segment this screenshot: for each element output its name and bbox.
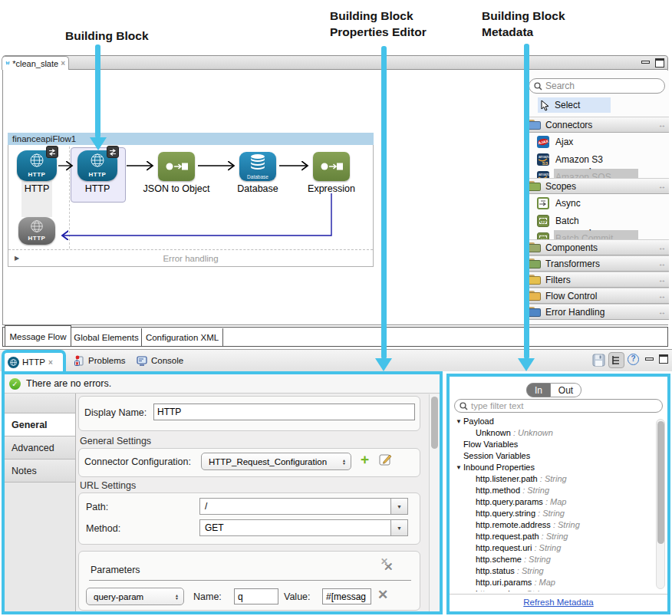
metadata-tree-item[interactable]: http.query.params : Map <box>454 496 663 508</box>
close-icon[interactable]: × <box>48 358 53 367</box>
expression-block[interactable] <box>313 152 350 181</box>
remove-param-row-button[interactable]: ✕ <box>377 587 388 603</box>
param-value-input[interactable]: #[messag <box>322 588 371 604</box>
save-button[interactable] <box>592 354 605 370</box>
in-tab[interactable]: In <box>526 383 551 397</box>
expand-icon[interactable]: ↔ <box>658 182 666 190</box>
connector-config-dropdown[interactable]: HTTP_Request_Configuration ▲▼ <box>201 453 351 470</box>
palette-section-flow-control[interactable]: Flow Control↔ <box>525 288 669 304</box>
palette-section-label: Transformers <box>545 259 600 269</box>
view-tab-console[interactable]: Console <box>137 352 183 369</box>
flow-title-bar[interactable]: financeapiFlow1 <box>8 133 374 145</box>
expand-icon[interactable]: ↔ <box>658 243 666 252</box>
arrow-properties-editor <box>381 46 387 359</box>
palette-rows: Connectors↔AJAXAjaxamazonS3Amazon S3amaz… <box>525 117 669 320</box>
metadata-tree-item[interactable]: ▼Payload <box>454 416 663 427</box>
database-block[interactable]: Database <box>239 152 276 181</box>
dropdown-arrow-icon[interactable]: ▼ <box>390 520 407 535</box>
method-combo[interactable]: GET ▼ <box>199 519 408 536</box>
expand-triangle-icon[interactable]: ▶ <box>15 250 19 267</box>
expand-icon[interactable]: ↔ <box>658 308 666 316</box>
tab-configuration-xml[interactable]: Configuration XML <box>142 328 223 347</box>
metadata-tree-item[interactable]: http.scheme : String <box>454 554 663 565</box>
palette-section-transformers[interactable]: Transformers↔ <box>525 255 669 272</box>
error-handling-strip[interactable]: ▶ Error handling <box>8 249 373 267</box>
palette-select-label: Select <box>555 100 580 110</box>
expand-icon[interactable]: ↔ <box>658 275 666 284</box>
metadata-tree-item[interactable]: http.method : String <box>454 485 663 496</box>
palette-section-filters[interactable]: Filters↔ <box>525 272 669 288</box>
tab-global-elements[interactable]: Global Elements <box>71 328 142 347</box>
metadata-tree-item[interactable]: http.query.string : String <box>454 508 663 519</box>
palette-search-input[interactable]: Search <box>529 78 665 94</box>
metadata-scrollbar[interactable] <box>656 419 665 589</box>
panel-maximize-button[interactable] <box>659 354 668 364</box>
palette-item-label: Batch <box>555 216 579 226</box>
tree-item-label: http.listener.path <box>476 474 538 483</box>
scrollbar-thumb[interactable] <box>431 397 438 449</box>
palette-item-ajax[interactable]: AJAXAjax <box>525 133 669 150</box>
metadata-tree-item[interactable]: Flow Variables <box>454 439 663 450</box>
scrollbar-thumb[interactable] <box>657 421 664 544</box>
path-combo[interactable]: / ▼ <box>199 498 408 515</box>
remove-parameters-button[interactable]: ✕ ✕ <box>384 560 394 574</box>
editor-tab-clean-slate[interactable]: *clean_slate × <box>2 56 69 70</box>
http-response-block[interactable]: HTTP <box>18 217 55 245</box>
view-tab-http[interactable]: HTTP × <box>2 350 66 371</box>
metadata-tree-item[interactable]: ▼Inbound Properties <box>454 462 663 473</box>
anypoint-studio-screenshot: Building Block Building Block Properties… <box>0 0 672 616</box>
palette-item-amazon-sqs-partial[interactable]: amazonS3Amazon SQS <box>525 168 669 178</box>
exchange-badge-icon[interactable] <box>107 146 119 158</box>
tree-expand-icon[interactable]: ▼ <box>456 416 463 427</box>
param-name-input[interactable]: q <box>234 588 278 604</box>
palette-item-batch-commit-partial[interactable]: •••Batch Commit <box>525 229 669 239</box>
json-to-object-block[interactable] <box>158 152 195 181</box>
display-name-input[interactable]: HTTP <box>153 404 415 420</box>
no-errors-row: ✓ There are no errors. <box>5 374 440 394</box>
add-config-button[interactable]: + <box>361 451 369 468</box>
palette-section-scopes[interactable]: Scopes↔ <box>525 178 669 194</box>
edit-config-button[interactable] <box>379 453 393 469</box>
tree-expand-icon[interactable]: ▼ <box>456 462 463 473</box>
refresh-metadata-link[interactable]: Refresh Metadata <box>450 598 667 607</box>
metadata-filter-input[interactable]: type filter text <box>454 399 663 413</box>
folder-icon <box>528 181 541 191</box>
metadata-tree-item[interactable]: http.request.uri : String <box>454 542 663 554</box>
expand-icon[interactable]: ↔ <box>658 292 666 300</box>
outline-view-button[interactable] <box>608 352 624 368</box>
metadata-tree-item[interactable]: Unknown : Unknown <box>454 427 663 439</box>
help-button[interactable]: ? <box>628 354 639 365</box>
metadata-tree-item[interactable]: http.status : String <box>454 565 663 577</box>
metadata-tree-item[interactable]: http.listener.path : String <box>454 473 663 485</box>
palette-item-async[interactable]: Async <box>525 194 669 212</box>
tab-message-flow[interactable]: Message Flow <box>5 325 71 347</box>
palette-section-error-handling[interactable]: Error Handling↔ <box>525 304 669 320</box>
editor-minimize-button[interactable] <box>641 61 650 64</box>
exchange-badge-icon[interactable] <box>46 146 58 158</box>
sidebar-tab-general[interactable]: General <box>5 413 75 436</box>
metadata-tree-item[interactable]: http.uri.params : Map <box>454 577 663 588</box>
metadata-tree-item[interactable]: http.request.path : String <box>454 531 663 542</box>
out-tab[interactable]: Out <box>551 383 581 397</box>
palette-section-connectors[interactable]: Connectors↔ <box>525 117 669 133</box>
editor-maximize-button[interactable] <box>655 58 664 68</box>
properties-scrollbar[interactable] <box>429 394 440 611</box>
arrow-building-block-head <box>90 137 107 150</box>
param-type-dropdown[interactable]: query-param ▲▼ <box>86 588 184 605</box>
dropdown-arrow-icon[interactable]: ▼ <box>390 499 407 514</box>
metadata-tree-item[interactable]: http.remote.address : String <box>454 519 663 531</box>
panel-minimize-button[interactable] <box>645 357 654 361</box>
palette-item-batch[interactable]: •••Batch <box>525 212 669 229</box>
sidebar-tab-advanced[interactable]: Advanced <box>5 436 75 460</box>
sidebar-tab-notes[interactable]: Notes <box>5 460 75 483</box>
view-tab-problems[interactable]: Problems <box>74 352 126 369</box>
maximize-icon <box>659 354 668 364</box>
expand-icon[interactable]: ↔ <box>658 120 666 129</box>
palette-select-tool[interactable]: Select <box>538 97 611 113</box>
metadata-tree-item[interactable]: http.version : String <box>454 588 663 591</box>
close-icon[interactable]: × <box>61 59 65 68</box>
palette-section-components[interactable]: Components↔ <box>525 239 669 255</box>
metadata-tree-item[interactable]: Session Variables <box>454 450 663 462</box>
palette-item-amazon-s3[interactable]: amazonS3Amazon S3 <box>525 150 669 168</box>
expand-icon[interactable]: ↔ <box>658 259 666 268</box>
